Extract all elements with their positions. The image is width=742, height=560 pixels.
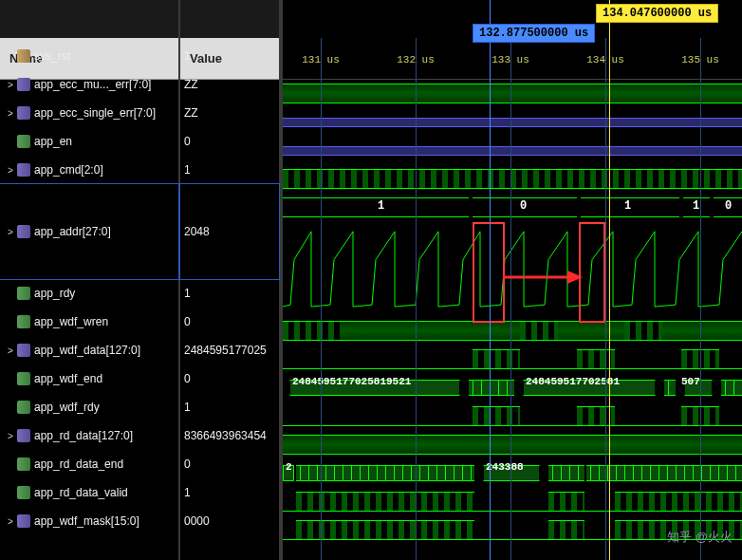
- waveform-panel[interactable]: 134.047600000 us 132.877500000 us 131 us…: [283, 0, 742, 560]
- signal-name-row[interactable]: app_wdf_end: [0, 364, 178, 393]
- signal-name-label: app_ecc_mu..._err[7:0]: [34, 78, 151, 91]
- expand-toggle-icon[interactable]: >: [4, 108, 17, 119]
- signal-value-row[interactable]: 0: [180, 364, 279, 393]
- expand-toggle-icon[interactable]: >: [4, 345, 17, 356]
- signal-name-label: app_en: [34, 135, 72, 148]
- signal-name-row[interactable]: >app_cmd[2:0]: [0, 156, 178, 184]
- signal-type-icon: [17, 287, 30, 300]
- signal-value-text: 1: [184, 287, 191, 300]
- signal-name-label: app_wdf_wren: [34, 315, 108, 328]
- signal-name-row[interactable]: >app_rd_data[127:0]: [0, 421, 178, 450]
- cursor-label-yellow[interactable]: 134.047600000 us: [596, 4, 718, 23]
- signal-name-row[interactable]: app_en: [0, 127, 178, 156]
- signal-value-text: 8366493963454: [184, 429, 267, 442]
- signal-value-row[interactable]: 0: [180, 308, 279, 336]
- signal-type-icon: [17, 514, 30, 528]
- wave-app-rd-data-end[interactable]: [283, 488, 742, 516]
- signal-name-label: app_cmd[2:0]: [34, 163, 103, 177]
- wave-app-addr[interactable]: [283, 222, 742, 317]
- signal-value-row[interactable]: 1: [180, 156, 279, 184]
- signal-type-icon: [17, 135, 30, 148]
- signal-name-row[interactable]: >app_wdf_data[127:0]: [0, 336, 178, 364]
- signal-name-label: sys_rst: [34, 49, 70, 63]
- signal-name-label: app_ecc_single_err[7:0]: [34, 106, 156, 120]
- wave-app-rd-data[interactable]: 2 243388: [283, 459, 742, 488]
- signal-value-row[interactable]: 1: [180, 42, 279, 70]
- signal-name-row[interactable]: sys_rst: [0, 42, 178, 70]
- signal-value-row[interactable]: ZZ: [180, 70, 279, 99]
- signal-type-icon: [17, 429, 30, 442]
- wave-app-en[interactable]: [283, 165, 742, 194]
- signal-type-icon: [17, 372, 30, 385]
- signal-name-row[interactable]: >app_addr[27:0]: [0, 184, 178, 279]
- signal-value-row[interactable]: 0: [180, 450, 279, 478]
- signal-type-icon: [17, 315, 30, 328]
- expand-toggle-icon[interactable]: >: [4, 165, 17, 176]
- signal-name-row[interactable]: app_wdf_rdy: [0, 393, 178, 421]
- signal-name-label: app_wdf_rdy: [34, 401, 100, 414]
- signal-type-icon: [17, 486, 30, 499]
- signal-type-icon: [17, 78, 30, 91]
- svg-marker-1: [567, 271, 583, 284]
- signal-type-icon: [17, 225, 30, 238]
- signal-value-text: 1: [184, 49, 191, 63]
- signal-value-row[interactable]: 1: [180, 393, 279, 421]
- wave-app-wdf-data[interactable]: 2484595177025819521 248459517702581 507: [283, 374, 742, 402]
- expand-toggle-icon[interactable]: >: [4, 516, 17, 527]
- wave-app-wdf-wren[interactable]: [283, 345, 742, 374]
- wave-app-wdf-mask[interactable]: [283, 545, 742, 560]
- signal-name-row[interactable]: >app_ecc_single_err[7:0]: [0, 99, 178, 127]
- signal-value-row[interactable]: 2048: [180, 184, 279, 279]
- signal-name-label: app_wdf_end: [34, 372, 102, 385]
- signal-name-row[interactable]: >app_wdf_mask[15:0]: [0, 507, 178, 535]
- signal-value-row[interactable]: 1: [180, 478, 279, 507]
- signal-name-panel: Name sys_rst>app_ecc_mu..._err[7:0]>app_…: [0, 0, 180, 560]
- wave-sys-rst[interactable]: [283, 80, 742, 108]
- signal-value-row[interactable]: 1: [180, 279, 279, 308]
- signal-name-label: app_rdy: [34, 287, 75, 300]
- signal-name-row[interactable]: app_rdy: [0, 279, 178, 308]
- signal-type-icon: [17, 401, 30, 414]
- signal-value-text: 0: [184, 135, 191, 148]
- expand-toggle-icon[interactable]: >: [4, 431, 17, 441]
- signal-value-text: 2048: [184, 225, 210, 238]
- signal-value-text: 0000: [184, 514, 210, 528]
- annotation-box: [473, 222, 505, 323]
- signal-name-label: app_rd_data[127:0]: [34, 429, 133, 442]
- annotation-box: [579, 222, 605, 323]
- signal-name-label: app_rd_data_valid: [34, 486, 128, 499]
- signal-type-icon: [17, 457, 30, 471]
- signal-value-text: ZZ: [184, 78, 198, 91]
- signal-name-row[interactable]: app_wdf_wren: [0, 308, 178, 336]
- signal-value-row[interactable]: 2484595177025: [180, 336, 279, 364]
- watermark: 知乎 @火火: [667, 529, 733, 546]
- expand-toggle-icon[interactable]: >: [4, 80, 17, 90]
- signal-value-text: 1: [184, 486, 191, 499]
- wave-app-cmd[interactable]: 1 0 1 1 0: [283, 194, 742, 222]
- signal-type-icon: [17, 106, 30, 120]
- signal-value-text: ZZ: [184, 106, 198, 120]
- signal-value-panel: Value 1ZZZZ01204810248459517702501836649…: [180, 0, 283, 560]
- signal-name-row[interactable]: app_rd_data_end: [0, 450, 178, 478]
- signal-value-row[interactable]: ZZ: [180, 99, 279, 127]
- wave-app-rdy[interactable]: [283, 317, 742, 345]
- signal-type-icon: [17, 49, 30, 63]
- signal-type-icon: [17, 344, 30, 357]
- time-ruler[interactable]: 131 us 132 us 133 us 134 us 135 us: [283, 38, 742, 80]
- wave-app-wdf-rdy[interactable]: [283, 431, 742, 459]
- wave-app-ecc-single-err[interactable]: [283, 137, 742, 165]
- signal-name-row[interactable]: >app_ecc_mu..._err[7:0]: [0, 70, 178, 99]
- signal-name-row[interactable]: app_rd_data_valid: [0, 478, 178, 507]
- cursor-label-blue[interactable]: 132.877500000 us: [473, 24, 595, 43]
- signal-value-row[interactable]: 0000: [180, 507, 279, 535]
- signal-value-row[interactable]: 0: [180, 127, 279, 156]
- wave-app-ecc-mu-err[interactable]: [283, 108, 742, 137]
- wave-app-wdf-end[interactable]: [283, 402, 742, 431]
- cursor-blue[interactable]: [490, 0, 491, 560]
- signal-value-text: 1: [184, 401, 191, 414]
- signal-value-text: 0: [184, 457, 191, 471]
- signal-value-text: 1: [184, 163, 191, 177]
- expand-toggle-icon[interactable]: >: [4, 227, 17, 237]
- cursor-yellow[interactable]: [609, 0, 610, 560]
- signal-value-row[interactable]: 8366493963454: [180, 421, 279, 450]
